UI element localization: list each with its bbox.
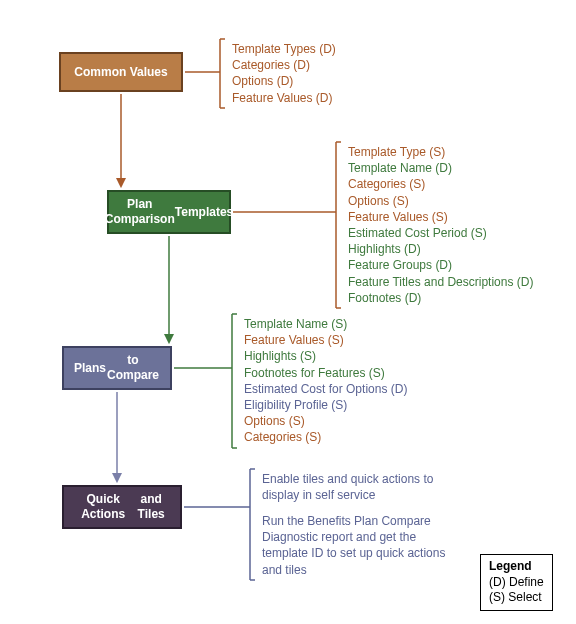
attr-item: Template Name (D) bbox=[348, 160, 533, 176]
box-plans-to-compare: Plansto Compare bbox=[62, 346, 172, 390]
attr-item: Footnotes (D) bbox=[348, 290, 533, 306]
attrs-plans-to-compare: Template Name (S)Feature Values (S)Highl… bbox=[244, 316, 407, 446]
attr-item: template ID to set up quick actions bbox=[262, 545, 445, 561]
attr-item: Categories (S) bbox=[244, 429, 407, 445]
attr-item: Feature Values (S) bbox=[244, 332, 407, 348]
attr-item: and tiles bbox=[262, 562, 445, 578]
box-common-values: Common Values bbox=[59, 52, 183, 92]
attrs-quick-actions: Enable tiles and quick actions todisplay… bbox=[262, 471, 445, 578]
attr-item: Estimated Cost Period (S) bbox=[348, 225, 533, 241]
attr-item: Footnotes for Features (S) bbox=[244, 365, 407, 381]
attr-item: Options (S) bbox=[348, 193, 533, 209]
attr-item: Feature Groups (D) bbox=[348, 257, 533, 273]
attrs-plan-comparison: Template Type (S)Template Name (D)Catego… bbox=[348, 144, 533, 306]
attr-item: Feature Values (D) bbox=[232, 90, 336, 106]
attr-item: Feature Values (S) bbox=[348, 209, 533, 225]
attr-item: Eligibility Profile (S) bbox=[244, 397, 407, 413]
box-quick-actions: Quick Actionsand Tiles bbox=[62, 485, 182, 529]
attr-item: Options (D) bbox=[232, 73, 336, 89]
box-plan-comparison: Plan ComparisonTemplates bbox=[107, 190, 231, 234]
attr-item: Categories (S) bbox=[348, 176, 533, 192]
attr-item: Diagnostic report and get the bbox=[262, 529, 445, 545]
attrs-common-values: Template Types (D)Categories (D)Options … bbox=[232, 41, 336, 106]
attr-item bbox=[262, 503, 445, 513]
attr-item: Estimated Cost for Options (D) bbox=[244, 381, 407, 397]
attr-item: Categories (D) bbox=[232, 57, 336, 73]
attr-item: Template Name (S) bbox=[244, 316, 407, 332]
legend-title: Legend bbox=[489, 559, 544, 575]
attr-item: Run the Benefits Plan Compare bbox=[262, 513, 445, 529]
legend-box: Legend (D) Define (S) Select bbox=[480, 554, 553, 611]
attr-item: display in self service bbox=[262, 487, 445, 503]
attr-item: Template Type (S) bbox=[348, 144, 533, 160]
attr-item: Template Types (D) bbox=[232, 41, 336, 57]
attr-item: Highlights (D) bbox=[348, 241, 533, 257]
attr-item: Feature Titles and Descriptions (D) bbox=[348, 274, 533, 290]
attr-item: Enable tiles and quick actions to bbox=[262, 471, 445, 487]
legend-line: (D) Define bbox=[489, 575, 544, 591]
attr-item: Options (S) bbox=[244, 413, 407, 429]
attr-item: Highlights (S) bbox=[244, 348, 407, 364]
legend-line: (S) Select bbox=[489, 590, 544, 606]
